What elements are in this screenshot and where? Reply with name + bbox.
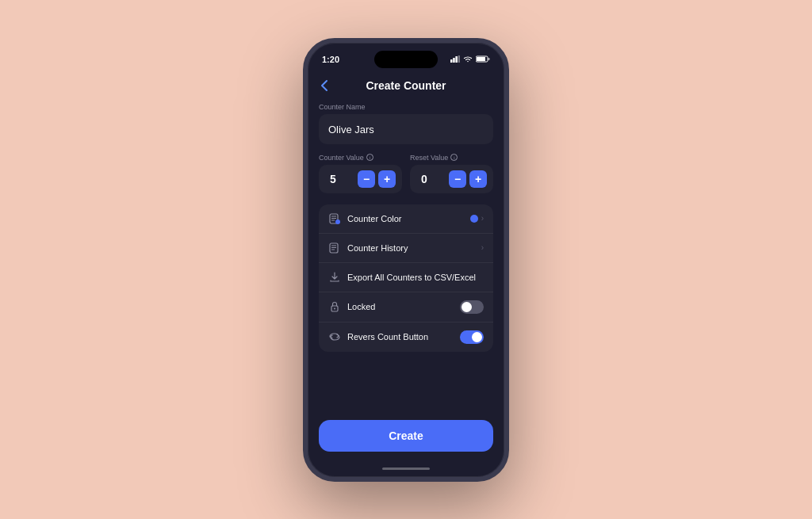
counter-history-icon (328, 242, 341, 254)
revers-count-toggle[interactable] (460, 330, 484, 344)
counter-value-info-icon[interactable]: i (366, 154, 373, 161)
reset-value-label: Reset Value i (410, 154, 493, 162)
svg-rect-3 (458, 55, 460, 63)
export-icon (328, 271, 341, 284)
export-all-label: Export All Counters to CSV/Excel (347, 273, 484, 282)
counter-value-group: Counter Value i 5 − + (319, 154, 402, 193)
locked-icon (328, 300, 341, 313)
options-list: Counter Color › (319, 204, 493, 352)
reset-value-control: 0 − + (410, 165, 493, 193)
option-counter-color[interactable]: Counter Color › (319, 204, 493, 234)
option-revers-count[interactable]: Revers Count Button (319, 322, 493, 352)
reset-value-minus[interactable]: − (449, 170, 466, 188)
reset-value-buttons: − + (449, 170, 487, 188)
home-indicator (308, 461, 504, 477)
reset-value-number: 0 (416, 173, 432, 185)
counter-value-buttons: − + (358, 170, 396, 188)
locked-label: Locked (347, 302, 460, 311)
back-button[interactable] (320, 79, 328, 92)
svg-rect-1 (453, 58, 455, 63)
locked-toggle[interactable] (460, 300, 484, 314)
page-title: Create Counter (366, 79, 446, 92)
svg-point-11 (335, 219, 340, 224)
svg-rect-5 (477, 57, 485, 61)
counter-value-control: 5 − + (319, 165, 402, 193)
create-button[interactable]: Create (319, 420, 493, 452)
option-export-all[interactable]: Export All Counters to CSV/Excel (319, 263, 493, 292)
svg-rect-2 (455, 56, 458, 63)
counter-color-dot (470, 215, 478, 223)
revers-count-right (460, 330, 484, 344)
home-bar (382, 467, 430, 470)
locked-toggle-thumb (462, 302, 472, 312)
header: Create Counter (308, 73, 504, 100)
counter-value-plus[interactable]: + (378, 170, 396, 188)
revers-count-label: Revers Count Button (347, 332, 460, 342)
counter-history-label: Counter History (347, 243, 481, 253)
reset-value-group: Reset Value i 0 − + (410, 154, 493, 193)
revers-count-toggle-thumb (472, 332, 482, 342)
counter-name-section: Counter Name Olive Jars (319, 103, 493, 144)
counter-name-label: Counter Name (319, 103, 493, 111)
svg-point-17 (334, 308, 335, 310)
counter-value-minus[interactable]: − (358, 170, 375, 188)
counter-value-label: Counter Value i (319, 154, 402, 162)
create-btn-container: Create (308, 414, 504, 461)
dynamic-island (374, 51, 438, 68)
locked-right (460, 300, 484, 314)
values-row: Counter Value i 5 − + Reset Value (319, 154, 493, 193)
signal-icon (450, 55, 460, 63)
battery-icon (476, 55, 490, 63)
screen-content: Create Counter Counter Name Olive Jars C… (308, 73, 504, 477)
counter-history-right: › (481, 243, 484, 252)
counter-name-value: Olive Jars (328, 124, 374, 135)
main-area: Counter Name Olive Jars Counter Value i … (308, 100, 504, 414)
revers-icon (328, 330, 341, 343)
status-icons (450, 55, 490, 63)
svg-rect-0 (450, 59, 453, 63)
counter-value-number: 5 (325, 173, 341, 185)
option-counter-history[interactable]: Counter History › (319, 234, 493, 263)
reset-value-info-icon[interactable]: i (450, 154, 458, 161)
option-locked[interactable]: Locked (319, 292, 493, 322)
counter-name-input[interactable]: Olive Jars (319, 114, 493, 144)
wifi-icon (463, 55, 473, 63)
status-time: 1:20 (322, 55, 339, 64)
phone-frame: 1:20 (303, 38, 509, 482)
counter-color-chevron: › (481, 214, 484, 223)
counter-color-icon (328, 212, 341, 225)
counter-color-right: › (470, 214, 484, 223)
counter-color-label: Counter Color (347, 214, 470, 223)
reset-value-plus[interactable]: + (469, 170, 487, 188)
counter-history-chevron: › (481, 243, 484, 252)
svg-rect-6 (488, 58, 490, 60)
